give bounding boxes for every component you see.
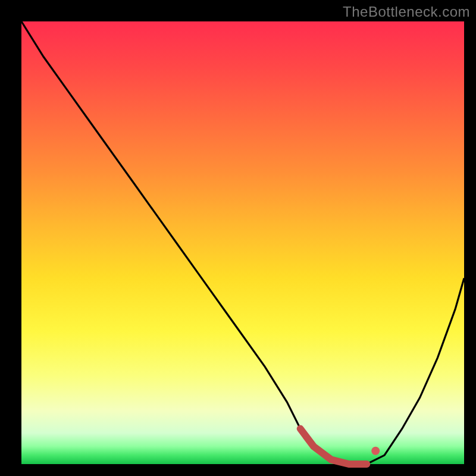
chart-svg [21, 21, 464, 464]
outer-frame: TheBottleneck.com [0, 0, 476, 476]
bottleneck-curve [21, 21, 464, 464]
optimal-zone-end-marker [371, 447, 380, 455]
plot-area [21, 21, 464, 464]
watermark-text: TheBottleneck.com [343, 4, 470, 20]
optimal-zone-highlight [300, 429, 367, 465]
